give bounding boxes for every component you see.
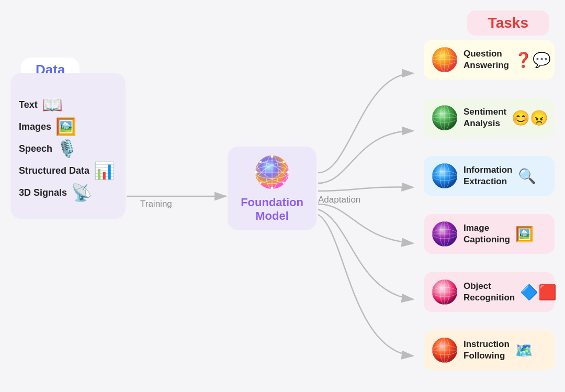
data-item-icon: 📊 <box>94 162 115 179</box>
data-panel: Text📖Images🖼️Speech🎙️Structured Data📊3D … <box>10 73 126 219</box>
svg-point-16 <box>282 182 285 184</box>
data-item-label: Structured Data <box>19 165 89 176</box>
adaptation-label: Adaptation <box>318 195 360 205</box>
task-emoji-if: 🗺️ <box>515 342 533 359</box>
task-globe-qa <box>431 46 458 73</box>
data-item-icon: 📖 <box>42 96 63 113</box>
svg-point-17 <box>259 161 262 163</box>
data-item-speech: Speech🎙️ <box>19 140 117 157</box>
task-globe-ie <box>431 162 458 189</box>
task-globe-if <box>431 337 458 364</box>
data-item-icon: 🎙️ <box>56 140 77 157</box>
data-item-images: Images🖼️ <box>19 118 117 135</box>
task-globe-or <box>431 278 458 306</box>
data-item-icon: 🖼️ <box>55 118 76 135</box>
foundation-model-globe <box>254 154 290 191</box>
svg-point-11 <box>271 186 274 189</box>
data-item-text: Text📖 <box>19 96 117 113</box>
task-label-or: ObjectRecognition <box>464 281 515 304</box>
task-card-qa: QuestionAnswering ❓💬 <box>424 40 555 80</box>
svg-point-10 <box>271 155 274 158</box>
task-label-if: InstructionFollowing <box>464 339 510 362</box>
task-globe-sa <box>431 104 458 131</box>
data-item-label: Images <box>19 121 51 132</box>
svg-point-14 <box>282 161 285 163</box>
data-item-icon: 📡 <box>71 184 92 201</box>
training-label: Training <box>140 199 172 209</box>
data-item-label: 3D Signals <box>19 187 67 198</box>
svg-point-15 <box>259 182 262 184</box>
svg-point-13 <box>287 171 289 173</box>
task-label-ie: InformationExtraction <box>464 164 513 187</box>
task-emoji-qa: ❓💬 <box>514 51 551 69</box>
svg-point-12 <box>255 171 258 173</box>
task-label-ic: ImageCaptioning <box>464 222 510 245</box>
task-label-qa: QuestionAnswering <box>464 48 509 71</box>
task-card-ic: ImageCaptioning 🖼️ <box>424 214 555 254</box>
task-emoji-ic: 🖼️ <box>515 226 534 243</box>
data-item-label: Speech <box>19 143 52 154</box>
task-label-sa: SentimentAnalysis <box>464 106 506 129</box>
data-item-label: Text <box>19 99 38 110</box>
data-item-3d-signals: 3D Signals📡 <box>19 184 117 201</box>
tasks-title-box: Tasks <box>467 10 549 36</box>
task-card-ie: InformationExtraction 🔍 <box>424 156 555 196</box>
task-globe-ic <box>431 220 458 248</box>
data-item-structured-data: Structured Data📊 <box>19 162 117 179</box>
task-emoji-ie: 🔍 <box>518 167 536 185</box>
task-card-or: ObjectRecognition 🔷🟥 <box>424 272 555 312</box>
foundation-model-label: FoundationModel <box>241 196 303 223</box>
task-card-sa: SentimentAnalysis 😊😠 <box>424 98 555 138</box>
task-emoji-or: 🔷🟥 <box>520 284 557 301</box>
task-emoji-sa: 😊😠 <box>512 109 548 127</box>
task-card-if: InstructionFollowing 🗺️ <box>424 330 555 370</box>
foundation-model-box: FoundationModel <box>228 147 317 230</box>
